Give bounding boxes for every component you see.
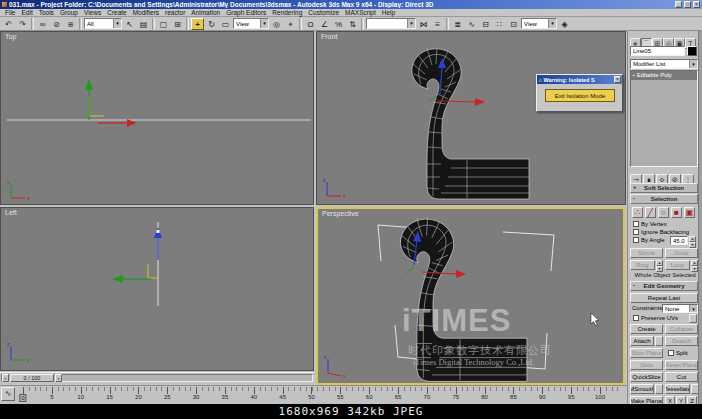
move-gizmo[interactable] xyxy=(112,227,162,283)
open-mini-curve-editor-button[interactable]: ∿ xyxy=(1,387,15,401)
select-and-move-icon[interactable]: + xyxy=(191,18,204,30)
select-and-scale-icon[interactable]: ▭ xyxy=(219,18,232,30)
menu-item-animation[interactable]: Animation xyxy=(188,9,223,17)
track-bar[interactable]: ∿ 05101520253035404550556065707580859095… xyxy=(0,385,627,404)
render-setup-icon[interactable]: ⊡ xyxy=(507,18,520,30)
redo-icon[interactable]: ↷ xyxy=(16,18,29,30)
quick-render-icon[interactable]: ◈ xyxy=(558,18,571,30)
undo-icon[interactable]: ↶ xyxy=(2,18,15,30)
by-angle-checkbox[interactable]: By Angle xyxy=(633,237,665,243)
maximize-button[interactable]: □ xyxy=(684,1,691,8)
panel-scrollbar[interactable] xyxy=(698,31,702,404)
selection-filter-dropdown[interactable]: All▾ xyxy=(84,18,122,29)
preserve-uvs-checkbox[interactable]: Preserve UVs xyxy=(633,315,678,321)
viewport-top-canvas[interactable]: y x xyxy=(1,32,313,204)
menu-item-maxscript[interactable]: MAXScript xyxy=(342,9,379,17)
menu-item-customize[interactable]: Customize xyxy=(305,9,342,17)
by-angle-value-field[interactable]: 45.0 xyxy=(670,236,688,245)
attach-button[interactable]: Attach xyxy=(630,336,654,346)
angle-snap-icon[interactable]: ∠ xyxy=(318,18,331,30)
split-checkbox[interactable]: Split xyxy=(668,350,688,356)
viewport-left-canvas[interactable]: z y xyxy=(1,208,313,370)
snaps-toggle-icon[interactable]: Ω xyxy=(304,18,317,30)
preserve-uvs-settings-button[interactable] xyxy=(689,314,697,323)
viewport-front-label[interactable]: Front xyxy=(321,33,337,40)
checkbox-box[interactable] xyxy=(668,350,674,356)
menu-item-help[interactable]: Help xyxy=(379,9,398,17)
ignore-backfacing-checkbox[interactable]: Ignore Backfacing xyxy=(633,229,689,235)
gizmo-plane-handle[interactable] xyxy=(89,96,104,116)
slice-button[interactable]: Slice xyxy=(630,360,663,370)
mirror-icon[interactable]: ⋈ xyxy=(417,18,430,30)
gizmo-x-arrowhead[interactable] xyxy=(456,270,466,278)
close-button[interactable]: × xyxy=(693,1,700,8)
schematic-view-icon[interactable]: ⊟ xyxy=(479,18,492,30)
viewport-left[interactable]: Left z y xyxy=(0,207,314,371)
dropdown-arrow-icon[interactable]: ▾ xyxy=(689,60,697,68)
curve-editor-icon[interactable]: ∿ xyxy=(465,18,478,30)
detach-button[interactable]: Detach xyxy=(665,336,698,346)
menu-item-tools[interactable]: Tools xyxy=(36,9,57,17)
select-and-rotate-icon[interactable]: ↻ xyxy=(205,18,218,30)
ring-button[interactable]: Ring xyxy=(630,260,655,270)
repeat-last-button[interactable]: Repeat Last xyxy=(630,293,698,303)
gizmo-plane-handle[interactable] xyxy=(148,264,157,278)
checkbox-box[interactable] xyxy=(633,315,639,321)
dropdown-arrow-icon[interactable]: ▾ xyxy=(260,19,268,28)
border-icon[interactable]: ○ xyxy=(658,207,669,218)
attach-settings-button[interactable] xyxy=(655,336,663,346)
viewport-front[interactable]: Front z x ⚠ Warning: Isolated S × xyxy=(316,31,626,205)
stack-item-editable-poly[interactable]: ▪Editable Poly xyxy=(631,71,697,80)
selected-vertex[interactable] xyxy=(157,230,160,233)
viewport-left-label[interactable]: Left xyxy=(5,209,17,216)
modifier-list-dropdown[interactable]: Modifier List ▾ xyxy=(630,59,698,69)
menu-item-views[interactable]: Views xyxy=(81,9,104,17)
layer-manager-icon[interactable]: ≣ xyxy=(451,18,464,30)
msmooth-settings-button[interactable] xyxy=(655,384,663,394)
time-slider-handle[interactable]: 0 / 100 xyxy=(10,374,54,382)
unlink-selection-icon[interactable]: ⊘ xyxy=(50,18,63,30)
create-button[interactable]: Create xyxy=(630,324,663,334)
constraints-dropdown[interactable]: None ▾ xyxy=(662,304,698,313)
rollout-edit-geometry[interactable]: - Edit Geometry xyxy=(630,281,698,291)
viewport-front-canvas[interactable]: z x xyxy=(317,32,625,204)
align-icon[interactable]: ≡ xyxy=(431,18,444,30)
gizmo-x-arrowhead[interactable] xyxy=(475,98,485,106)
modifier-stack[interactable]: ▪Editable Poly xyxy=(630,70,698,167)
slice-plane-button[interactable]: Slice Plane xyxy=(630,348,663,358)
reset-plane-button[interactable]: Reset Plane xyxy=(665,360,698,370)
menu-item-group[interactable]: Group xyxy=(57,9,81,17)
grow-button[interactable]: Grow xyxy=(665,248,698,258)
loop-spinner[interactable]: ▴▾ xyxy=(691,260,698,269)
dialog-title-bar[interactable]: ⚠ Warning: Isolated S × xyxy=(537,75,622,84)
menu-item-modifiers[interactable]: Modifiers xyxy=(130,9,162,17)
checkbox-box[interactable] xyxy=(633,229,639,235)
rectangular-selection-region-icon[interactable]: ▢ xyxy=(157,18,170,30)
shrink-button[interactable]: Shrink xyxy=(630,248,663,258)
window-crossing-icon[interactable]: ⊞ xyxy=(171,18,184,30)
select-and-link-icon[interactable]: ∞ xyxy=(36,18,49,30)
vertex-icon[interactable]: ∴ xyxy=(632,207,643,218)
edge-icon[interactable]: ╱ xyxy=(645,207,656,218)
bind-to-space-warp-icon[interactable]: ≋ xyxy=(64,18,77,30)
spinner-snap-icon[interactable]: ⇅ xyxy=(346,18,359,30)
dropdown-arrow-icon[interactable]: ▾ xyxy=(407,19,415,28)
viewport-perspective-label[interactable]: Perspective xyxy=(322,210,359,217)
menu-item-file[interactable]: File xyxy=(2,9,18,17)
viewport-perspective[interactable]: Perspective z x iTIMES 时代印象数字技术有限公司 xyxy=(316,207,625,385)
menu-item-create[interactable]: Create xyxy=(104,9,130,17)
by-angle-spinner[interactable]: ▴▾ xyxy=(689,236,696,245)
gizmo-y-axis[interactable] xyxy=(406,267,414,273)
viewport-top-label[interactable]: Top xyxy=(5,33,16,40)
collapse-button[interactable]: Collapse xyxy=(665,324,698,334)
loop-button[interactable]: Loop xyxy=(665,260,690,270)
reference-coordinate-dropdown[interactable]: View▾ xyxy=(233,18,269,29)
render-type-dropdown[interactable]: View▾ xyxy=(521,18,557,29)
percent-snap-icon[interactable]: % xyxy=(332,18,345,30)
object-name-field[interactable]: Line05 xyxy=(630,46,685,56)
menu-item-graph-editors[interactable]: Graph Editors xyxy=(223,9,269,17)
dropdown-arrow-icon[interactable]: ▾ xyxy=(548,19,556,28)
viewport-top[interactable]: Top y x xyxy=(0,31,314,205)
select-by-name-icon[interactable]: ▤ xyxy=(137,18,150,30)
rollout-selection[interactable]: - Selection xyxy=(630,194,698,204)
